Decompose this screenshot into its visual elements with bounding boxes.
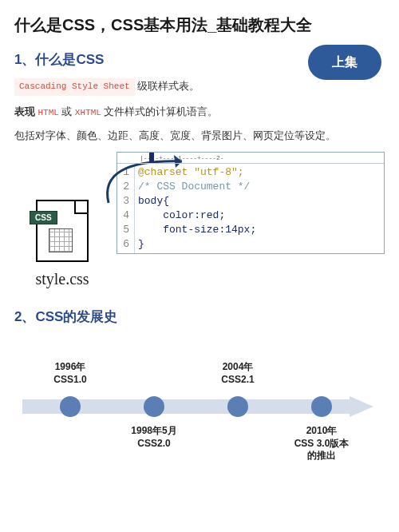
timeline-item: 2004年 CSS2.1 bbox=[202, 361, 274, 386]
definition-line-1: Cascading Style Sheet 级联样式表。 bbox=[14, 78, 385, 96]
timeline: 1996年 CSS1.0 2004年 CSS2.1 1998年5月 CSS2.0… bbox=[14, 335, 385, 471]
page-title: 什么是CSS，CSS基本用法_基础教程大全 bbox=[14, 14, 385, 36]
css-full-name-chip: Cascading Style Sheet bbox=[14, 78, 135, 96]
timeline-dot bbox=[60, 396, 81, 417]
ruler-cursor-icon bbox=[149, 153, 154, 164]
css-file-tab: CSS bbox=[30, 211, 57, 224]
timeline-item: 1996年 CSS1.0 bbox=[34, 361, 106, 386]
editor-ruler: |----+----1----+----2- bbox=[117, 153, 384, 164]
css-file-icon: CSS bbox=[36, 200, 89, 262]
file-grid-icon bbox=[49, 228, 73, 252]
definition-line-2: 表现 HTML 或 XHTML 文件样式的计算机语言。 bbox=[14, 104, 385, 121]
file-column: CSS style.css bbox=[14, 152, 110, 288]
illustration-row: CSS style.css |----+----1----+----2- 123… bbox=[14, 152, 385, 288]
timeline-item: 1998年5月 CSS2.0 bbox=[118, 425, 190, 450]
timeline-dot bbox=[144, 396, 164, 417]
section2-heading: 2、CSS的发展史 bbox=[14, 308, 385, 326]
keyword-html: HTML bbox=[38, 108, 58, 117]
definition-line-3: 包括对字体、颜色、边距、高度、宽度、背景图片、网页定位等设定。 bbox=[14, 128, 385, 144]
timeline-dot bbox=[311, 396, 332, 417]
episode-badge: 上集 bbox=[308, 45, 381, 80]
keyword-xhtml: XHTML bbox=[75, 108, 101, 117]
timeline-dot bbox=[227, 396, 248, 417]
filename-label: style.css bbox=[14, 270, 110, 288]
timeline-item: 2010年 CSS 3.0版本 的推出 bbox=[282, 425, 361, 463]
